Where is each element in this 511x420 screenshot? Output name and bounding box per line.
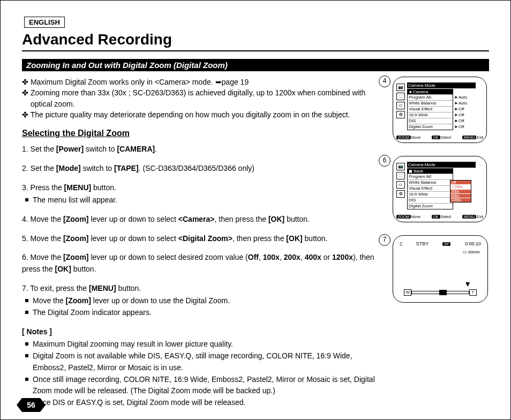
menu-value: ►Auto (454, 100, 477, 106)
tape-icon: ⬚ (396, 172, 405, 179)
opt-head: Off (450, 181, 471, 184)
step-number-6: 6 (379, 155, 390, 167)
menu-header: ►Camera (408, 89, 453, 94)
menu-pill: MENU (462, 215, 477, 219)
figure-4: 4 📷 ⬚ ▭ ✿ Camera Mode ►Camera Program AE… (393, 77, 489, 143)
time-counter: 0:00:10 (465, 241, 481, 246)
menu-value: ►Off (454, 124, 477, 130)
memory-icon: ▭ (396, 181, 405, 189)
step-number-7: 7 (379, 234, 390, 246)
zoom-pointer-icon: ▼ (464, 280, 471, 288)
step-1: 1. Set the [Power] switch to [CAMERA]. (22, 144, 384, 155)
substep: Move the [Zoom] lever up or down to use … (22, 295, 384, 307)
menu-row: DIS (408, 197, 453, 203)
gear-icon: ✿ (396, 111, 405, 118)
lcd-screen: 📷 ⬚ ▭ ✿ Camera Mode ►Camera Program AE W… (393, 77, 487, 143)
language-tag: ENGLISH (24, 17, 65, 28)
intro-bullets: Maximum Digital Zoom works only in <Came… (22, 77, 384, 120)
menu-row: Program AE (408, 174, 453, 179)
step-6: 6. Move the [Zoom] lever up or down to s… (22, 252, 384, 275)
menu-row: 16:9 Wide (408, 191, 453, 197)
menu-title: Camera Mode (407, 82, 476, 88)
intro-item: Maximum Digital Zoom works only in <Came… (22, 77, 384, 87)
tape-icon: ▭ (463, 250, 467, 254)
step-4: 4. Move the [Zoom] lever up or down to s… (22, 214, 384, 226)
lcd-figures: 4 📷 ⬚ ▭ ✿ Camera Mode ►Camera Program AE… (393, 77, 489, 409)
note-item: Once still image recording, COLOR NITE, … (22, 374, 384, 397)
step-3: 3. Press the [MENU] button. The menu lis… (22, 182, 384, 206)
substep: The Digital Zoom indicator appears. (22, 307, 384, 319)
menu-row: 16:9 Wide (408, 112, 453, 118)
menu-row: Digital Zoom (408, 124, 453, 130)
figure-6: 6 📷 ⬚ ▭ ✿ Camera Mode ◼ Back Program AE … (393, 156, 489, 222)
menu-row: White Balance (408, 100, 453, 106)
sidebar-icons: 📷 ⬚ ▭ ✿ (396, 163, 405, 199)
section-heading: Zooming In and Out with Digital Zoom (Di… (22, 59, 489, 71)
tele-label: T (469, 289, 477, 296)
menu-row: DIS (408, 118, 453, 124)
menu-box: ◼ Back Program AE White Balance Visual E… (407, 168, 453, 209)
menu-value: ►Off (454, 106, 477, 112)
note-item: Digital Zoom is not available while DIS,… (22, 350, 384, 373)
step-number-4: 4 (379, 76, 390, 87)
intro-item: Zooming more than 33x (30x ; SC-D263/D36… (22, 87, 384, 109)
substep: The menu list will appear. (22, 194, 384, 206)
wide-label: W (404, 289, 411, 296)
opt-row: 400x (450, 193, 471, 198)
zoom-pill: ZOOM (396, 215, 411, 219)
opt-row: 1200x (450, 198, 471, 202)
note-item: Maximum Digital zooming may result in lo… (22, 339, 384, 350)
camera-icon: 📷 (396, 163, 405, 170)
opt-row: 200x (450, 189, 471, 193)
lcd-footer: ZOOMMove OKSelect MENUExit (396, 215, 483, 219)
step-7: 7. To exit, press the [MENU] button. Mov… (22, 283, 384, 319)
menu-row: Program AE (408, 94, 453, 100)
svg-text:56: 56 (27, 401, 35, 409)
sidebar-icons: 📷 ⬚ ▭ ✿ (396, 84, 405, 120)
gear-icon: ✿ (396, 190, 405, 198)
notes-list: Maximum Digital zooming may result in lo… (22, 339, 384, 408)
menu-title: Camera Mode (407, 162, 476, 168)
step-5: 5. Move the [Zoom] lever up or down to s… (22, 233, 384, 245)
figure-7: 7 ▯ STBY SP 0:00:10 ▭ 60min ▼ (393, 235, 489, 303)
value-column: ►Auto ►Auto ►Off ►Off ►Off ►Off (454, 94, 477, 130)
page-number-badge: 56 (17, 398, 46, 412)
option-popup: Off ✓100x 200x 400x 1200x (450, 180, 471, 202)
manual-page: ENGLISH Advanced Recording Zooming In an… (0, 0, 511, 420)
sp-pill: SP (442, 242, 450, 246)
ok-pill: OK (432, 136, 440, 139)
menu-row: White Balance (408, 179, 453, 185)
menu-row: Digital Zoom (408, 203, 453, 209)
battery-icon: ▯ (400, 241, 402, 246)
menu-header: ◼ Back (408, 169, 453, 174)
opt-row: ✓100x (450, 184, 471, 189)
note-item: Once DIS or EASY.Q is set, Digital Zoom … (22, 397, 384, 409)
subheading: Selecting the Digital Zoom (22, 129, 384, 138)
remaining-time: 60min (468, 250, 480, 254)
memory-icon: ▭ (396, 102, 405, 109)
lcd-footer: ZOOMMove OKSelect MENUExit (396, 136, 483, 139)
menu-row: Visual Effect (408, 106, 453, 112)
menu-pill: MENU (462, 136, 477, 139)
zoom-pill: ZOOM (396, 136, 411, 139)
tape-icon: ⬚ (396, 93, 405, 100)
menu-box: ►Camera Program AE White Balance Visual … (407, 89, 453, 130)
menu-value: ►Off (454, 112, 477, 118)
intro-item: The picture quality may deteriorate depe… (22, 109, 384, 120)
zoom-indicator: ▼ W T (404, 289, 477, 296)
menu-row: Visual Effect (408, 185, 453, 191)
ok-pill: OK (432, 215, 440, 219)
page-title: Advanced Recording (22, 31, 489, 51)
step-2: 2. Set the [Mode] switch to [TAPE]. (SC-… (22, 163, 384, 175)
camera-icon: 📷 (396, 84, 405, 91)
stby-label: STBY (416, 241, 429, 246)
body-text: Maximum Digital Zoom works only in <Came… (22, 77, 384, 409)
lcd-screen: 📷 ⬚ ▭ ✿ Camera Mode ◼ Back Program AE Wh… (393, 156, 487, 222)
menu-value: ►Off (454, 118, 477, 124)
notes-heading: [ Notes ] (22, 326, 384, 338)
steps-list: 1. Set the [Power] switch to [CAMERA]. 2… (22, 144, 384, 408)
menu-value: ►Auto (454, 94, 477, 100)
lcd-screen: ▯ STBY SP 0:00:10 ▭ 60min ▼ W (393, 235, 488, 303)
